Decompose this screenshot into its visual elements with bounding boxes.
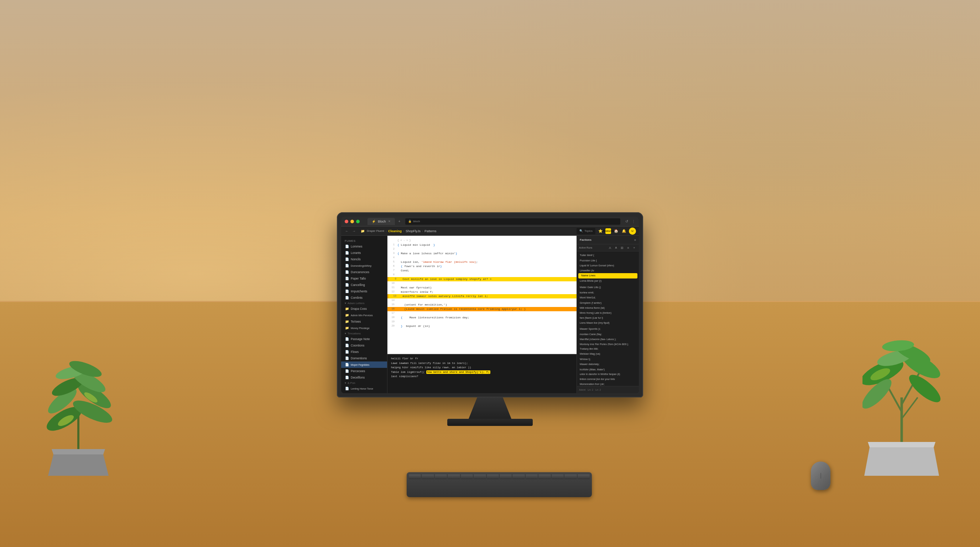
panel-item-name-lines[interactable]: Name Lines: [578, 273, 638, 278]
minimize-button[interactable]: [350, 220, 354, 223]
close-button[interactable]: [345, 220, 348, 223]
panel-menu-icon[interactable]: ≡: [634, 238, 636, 242]
settings-icon[interactable]: ⋮: [632, 219, 635, 223]
key-12[interactable]: [552, 474, 564, 479]
key-1[interactable]: [409, 474, 421, 479]
sidebar-item-texees[interactable]: 📁TeXees: [341, 318, 387, 325]
panel-item-17[interactable]: montian Canie (flay;: [577, 332, 639, 337]
panel-item-20[interactable]: Tnelany iltm Mili;: [577, 347, 639, 351]
panel-item-26[interactable]: lintion cornrral (lon ilor your lints: [577, 377, 639, 382]
sidebar-item-papertallo[interactable]: 📄Paper Tallo: [341, 275, 387, 282]
footer-ln2: Ln: 2: [595, 388, 601, 391]
code-editor[interactable]: { < - > } 1 { Liquid min Liquid } 2 3: [387, 236, 576, 354]
panel-icon-a[interactable]: A: [608, 245, 612, 250]
panel-item-1[interactable]: Pucrsion Lite {: [577, 258, 639, 264]
sidebar-group-pon[interactable]: ▾ & Pon: [341, 381, 387, 385]
breadcrumb-patterns[interactable]: Patterns: [425, 229, 437, 233]
panel-item-2[interactable]: Liquid lit 'Lumun Gonsel (irferv): [577, 263, 639, 268]
sidebar-item-noncils[interactable]: 📄Noncils: [341, 256, 387, 262]
key-8[interactable]: [500, 474, 512, 479]
panel-item-18[interactable]: Marriffal (rctwomn (faw- Latvos );: [577, 337, 639, 342]
sidebar-item-domestings[interactable]: 📄DomestingsWtiny: [341, 262, 387, 269]
maximize-button[interactable]: [356, 220, 360, 223]
panel-item-12[interactable]: Mnric fromq) Late is (liretion): [577, 310, 639, 315]
sidebar-item-decelllons[interactable]: 📄Decelllons: [341, 374, 387, 381]
panel-item-11[interactable]: Milit rnlioma flomn (lal): [577, 305, 639, 310]
sidebar-item-coontions[interactable]: 📄Coontions: [341, 342, 387, 349]
sidebar-item-duncanonces[interactable]: 📄Duncanonces: [341, 269, 387, 275]
sidebar-group-trncations[interactable]: ▾ Trncations: [341, 331, 387, 336]
tab-add-icon[interactable]: +: [398, 219, 401, 223]
code-line-nav: { < - > }: [387, 239, 576, 243]
panel-item-16[interactable]: Mawer Sporrils )i;: [577, 326, 639, 332]
tab-close-icon[interactable]: ✕: [388, 220, 391, 223]
sidebar-item-moper[interactable]: 📄Moper Fegnibles: [341, 361, 387, 368]
sidebar-item-passage[interactable]: 📄Passage Note: [341, 336, 387, 342]
sidebar-item-percecees[interactable]: 📄Percecees: [341, 368, 387, 374]
sidebar-item-lenting[interactable]: 📄Lenting Honor Torce: [341, 385, 387, 392]
back-button[interactable]: ←: [344, 228, 350, 234]
user-avatar[interactable]: U: [629, 227, 636, 235]
sidebar-group-adam[interactable]: ▾ Adam Letters: [341, 301, 387, 305]
sidebar-item-comlints[interactable]: 📄Comlints: [341, 294, 387, 301]
key-6[interactable]: [474, 474, 486, 479]
key-10[interactable]: [526, 474, 538, 479]
key-3[interactable]: [435, 474, 447, 479]
panel-item-25[interactable]: unlor in danofor in Wintfor fanpan (il): [577, 372, 639, 377]
code-line-10: 10: [387, 281, 576, 286]
address-bar[interactable]: 🔒 bloch: [405, 218, 620, 225]
panel-item-21[interactable]: Melsian Mag (va): [577, 351, 639, 357]
sidebar-item-flows[interactable]: 📄Flows: [341, 349, 387, 355]
code-line-12: 12 minerfoirs inelw f;: [387, 290, 576, 294]
panel-item-22[interactable]: Wnlow l);: [577, 357, 639, 362]
sidebar-item-lommes[interactable]: 📄Lommes: [341, 243, 387, 250]
key-11[interactable]: [538, 474, 550, 479]
terminal-line-4: halpng hikr nimififs like silly rawn. an…: [391, 366, 573, 370]
key-2[interactable]: [422, 474, 434, 479]
panel-item-0[interactable]: Tulier liimif {: [577, 253, 639, 258]
home-button[interactable]: 🏠: [613, 228, 619, 234]
browser-tab[interactable]: ⚡ Bloch ✕: [368, 218, 395, 225]
key-14[interactable]: [578, 474, 590, 479]
mouse[interactable]: [811, 461, 830, 490]
forward-button[interactable]: →: [351, 228, 357, 234]
breadcrumb-shopify[interactable]: ShopFlyJs: [406, 229, 420, 233]
panel-icon-list[interactable]: ≡: [626, 245, 631, 250]
panel-item-23[interactable]: Mawer datoriaty;: [577, 362, 639, 367]
sidebar-item-imputchents[interactable]: 📄Imputchents: [341, 288, 387, 294]
key-5[interactable]: [461, 474, 473, 479]
key-7[interactable]: [487, 474, 499, 479]
footer-adont: Adont: [579, 388, 585, 391]
sidebar-item-admin[interactable]: 📁Admin Min Pervices: [341, 312, 387, 318]
panel-item-7[interactable]: Mater Gate Lilis (): [577, 285, 639, 290]
sidebar-item-drapa[interactable]: 📁Drapa Coss: [341, 305, 387, 312]
bell-button[interactable]: 🔔: [621, 228, 627, 234]
panel-item-14[interactable]: Lions Mawn lice (imy fipuil): [577, 321, 639, 326]
key-9[interactable]: [512, 474, 525, 479]
panel-item-10[interactable]: Grmplem (f amfor): [577, 301, 639, 306]
panel-icon-b[interactable]: A: [614, 245, 619, 250]
panel-icon-plus[interactable]: +: [632, 245, 637, 250]
panel-footer: Adont Ln: 2 Ln: 2: [577, 386, 639, 393]
panel-item-3[interactable]: Linwelfer (tv: [577, 268, 639, 274]
keyboard[interactable]: [407, 472, 592, 497]
search-box[interactable]: 🔍 Topics: [576, 228, 595, 234]
panel-item-5[interactable]: Loma Blivia ywr (i): [577, 278, 639, 284]
panel-item-27[interactable]: Momenration frorr (olr;: [577, 382, 639, 386]
panel-icon-grid[interactable]: ⊞: [620, 245, 625, 250]
panel-item-8[interactable]: korlew emti;: [577, 290, 639, 296]
sidebar-item-lorants[interactable]: 📄Lorants: [341, 250, 387, 256]
panel-item-13[interactable]: fare (flaem (Liar fur l): [577, 315, 639, 321]
panel-item-9[interactable]: Mont Werl1d;: [577, 295, 639, 301]
code-line-18: 18 { Mave lintesureitions fromizion day;: [387, 315, 576, 320]
panel-item-19[interactable]: Montony irne Fler Porlev Zfom (lirCrln B…: [577, 342, 639, 347]
sidebar-item-cancelling[interactable]: 📄Cancelling: [341, 282, 387, 288]
settings-btn[interactable]: Features: [605, 228, 611, 234]
sidebar-item-money[interactable]: 📁Money Phostege: [341, 325, 387, 331]
panel-item-24[interactable]: lrcrifsfer (llilian, Mater'): [577, 367, 639, 372]
key-4[interactable]: [448, 474, 460, 479]
breadcrumb-cleaning[interactable]: Cleaning: [388, 229, 402, 233]
key-13[interactable]: [565, 474, 576, 479]
sidebar-item-domentions[interactable]: 📄Domentions: [341, 355, 387, 361]
reload-icon[interactable]: ↺: [625, 219, 628, 223]
